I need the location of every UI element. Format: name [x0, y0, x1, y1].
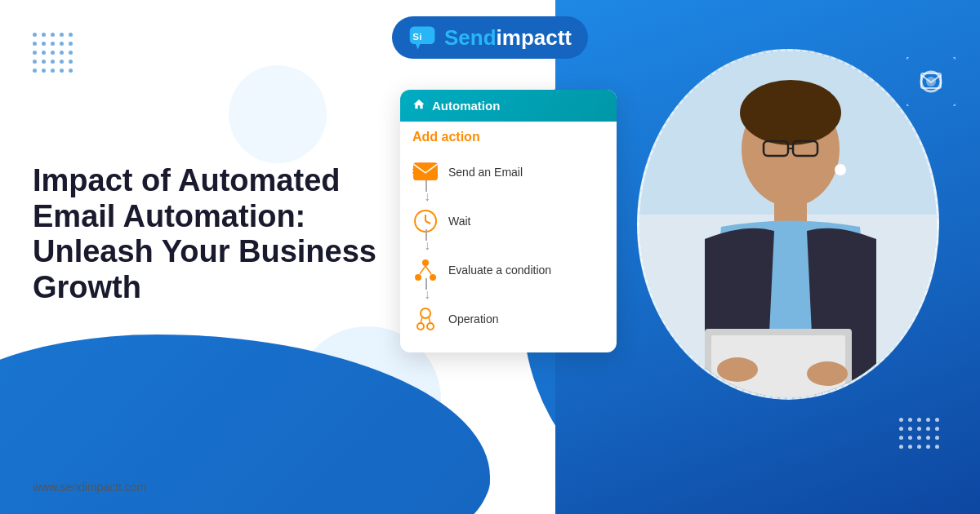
- svg-text:Si: Si: [412, 31, 421, 42]
- svg-point-34: [422, 259, 429, 266]
- home-icon: [412, 98, 425, 113]
- evaluate-icon: [412, 257, 439, 283]
- svg-point-36: [430, 274, 436, 281]
- send-email-icon: [412, 159, 439, 185]
- svg-rect-6: [952, 57, 956, 60]
- photo-circle: [637, 49, 939, 400]
- logo-chat-icon: Si: [408, 23, 438, 52]
- add-action-label: Add action: [412, 130, 604, 144]
- svg-line-37: [420, 266, 425, 274]
- action-item-evaluate[interactable]: Evaluate a condition: [412, 252, 604, 288]
- svg-point-35: [415, 274, 421, 281]
- svg-point-26: [807, 361, 848, 386]
- url-text: www.sendimpactt.com: [33, 481, 146, 494]
- action-item-wait[interactable]: Wait: [412, 203, 604, 239]
- automation-card: Automation Add action Send an Email: [400, 90, 617, 352]
- operation-label: Operation: [448, 312, 498, 326]
- action-item-send-email[interactable]: Send an Email: [412, 154, 604, 190]
- website-url: www.sendimpactt.com: [33, 481, 146, 494]
- operation-icon: [412, 306, 439, 332]
- page-container: Si Sendimpactt Impact of Au: [0, 0, 980, 514]
- dot-grid-top-left: [33, 33, 73, 73]
- connector-3: ↓: [412, 288, 604, 301]
- svg-rect-28: [414, 163, 438, 180]
- deco-circle-2: [229, 65, 327, 163]
- heading-line2: Email Automation:: [33, 199, 305, 233]
- left-content: Impact of Automated Email Automation: Un…: [33, 163, 392, 306]
- svg-rect-12: [906, 57, 910, 60]
- svg-line-38: [425, 266, 431, 274]
- gear-icon-wrapper: [906, 57, 956, 106]
- main-heading: Impact of Automated Email Automation: Un…: [33, 163, 392, 306]
- logo-send: Send: [444, 25, 497, 50]
- dot-grid-bottom-right: [899, 418, 939, 449]
- wait-label: Wait: [448, 215, 470, 228]
- svg-rect-8: [952, 103, 956, 106]
- svg-line-33: [425, 221, 430, 224]
- svg-marker-1: [416, 44, 420, 49]
- svg-line-43: [429, 317, 430, 323]
- logo-area: Si Sendimpactt: [392, 16, 588, 59]
- gear-icon: [906, 57, 956, 106]
- logo-badge: Si Sendimpactt: [392, 16, 588, 59]
- heading-line4: Growth: [33, 270, 141, 304]
- svg-point-27: [835, 164, 846, 175]
- card-header: Automation: [400, 90, 617, 122]
- card-body: Add action Send an Email ↓: [400, 122, 617, 352]
- svg-point-25: [717, 357, 758, 382]
- person-svg: [639, 51, 937, 397]
- svg-point-17: [740, 80, 841, 145]
- wait-icon: [412, 208, 439, 234]
- heading-line3: Unleash Your Business: [33, 234, 376, 268]
- svg-line-42: [421, 317, 422, 323]
- evaluate-label: Evaluate a condition: [448, 264, 551, 277]
- svg-point-40: [417, 323, 424, 330]
- svg-rect-10: [906, 103, 910, 106]
- logo-text: Sendimpactt: [444, 25, 572, 51]
- logo-impactt: impactt: [497, 25, 572, 50]
- send-email-label: Send an Email: [448, 166, 523, 179]
- connector-2: ↓: [412, 239, 604, 252]
- svg-point-39: [421, 308, 430, 318]
- heading-line1: Impact of Automated: [33, 163, 341, 197]
- action-item-operation[interactable]: Operation: [412, 301, 604, 337]
- connector-1: ↓: [412, 190, 604, 203]
- person-silhouette: [639, 51, 937, 397]
- card-header-title: Automation: [432, 99, 500, 113]
- svg-point-41: [427, 323, 434, 330]
